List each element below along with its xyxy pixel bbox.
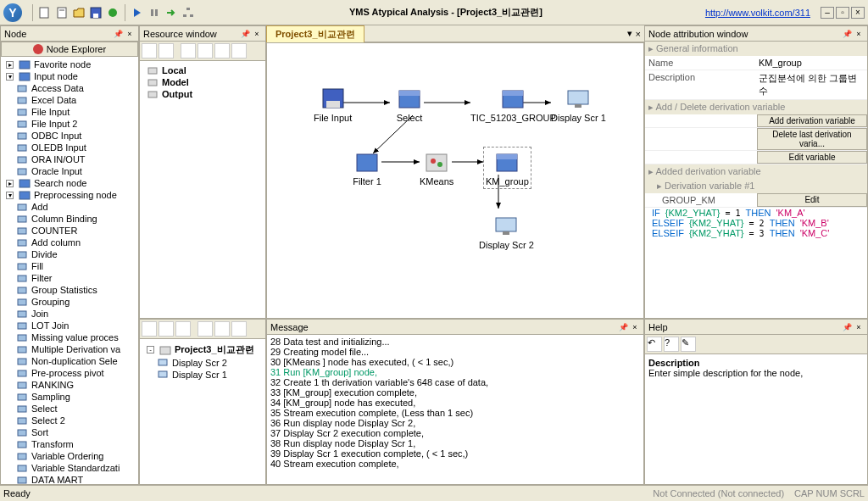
- workflow-canvas[interactable]: File Input Select TIC_51203_GROUP D: [266, 42, 644, 319]
- tree-item[interactable]: Join: [3, 308, 136, 320]
- tree-item[interactable]: Oracle Input: [3, 165, 136, 177]
- tree-item[interactable]: DATA MART: [3, 474, 136, 484]
- close-icon[interactable]: ×: [854, 29, 864, 39]
- tree-item[interactable]: OLEDB Input: [3, 142, 136, 153]
- tree-item[interactable]: Select 2: [3, 415, 136, 426]
- message-body[interactable]: 28 Data test and initializing...29 Creat…: [267, 335, 643, 484]
- tree-item[interactable]: ▸Search node: [3, 177, 136, 189]
- help-link[interactable]: http://www.volkit.com/311: [705, 8, 810, 18]
- resource-item[interactable]: Model: [143, 76, 262, 88]
- close-button[interactable]: ×: [851, 7, 865, 19]
- pin-icon[interactable]: 📌: [240, 29, 250, 39]
- attr-name[interactable]: KM_group: [755, 56, 867, 70]
- tree-item[interactable]: Excel Data: [3, 94, 136, 106]
- dropdown-icon[interactable]: ▾: [627, 28, 632, 39]
- tree-item[interactable]: File Input: [3, 106, 136, 118]
- help-edit-icon[interactable]: ✎: [681, 337, 696, 352]
- node-explorer-button[interactable]: Node Explorer: [1, 42, 138, 57]
- canvas-tab[interactable]: Project3_비교관련: [266, 25, 364, 42]
- cat-dv1[interactable]: ▸ Derivation variable #1: [645, 179, 867, 193]
- save-icon[interactable]: [89, 6, 103, 19]
- tree-item[interactable]: Fill: [3, 260, 136, 272]
- tree-item[interactable]: ▸Favorite node: [3, 58, 136, 70]
- tree-item[interactable]: ORA IN/OUT: [3, 153, 136, 165]
- expander-icon[interactable]: ▾: [6, 73, 14, 81]
- tree-item[interactable]: Transform: [3, 438, 136, 450]
- close-icon[interactable]: ×: [630, 322, 640, 332]
- resource-item[interactable]: Output: [143, 88, 262, 100]
- edit-variable-button[interactable]: Edit variable: [757, 151, 867, 164]
- tree-item[interactable]: Group Statistics: [3, 284, 136, 296]
- res-tb-icon[interactable]: [159, 43, 174, 58]
- edit-button[interactable]: Edit: [757, 193, 867, 207]
- attr-description[interactable]: 군집분석에 의한 그룹변수: [755, 70, 867, 99]
- res-tb-icon[interactable]: [142, 43, 157, 58]
- proj-tb-icon[interactable]: [231, 321, 247, 337]
- tree-item[interactable]: Sampling: [3, 391, 136, 403]
- node-tree[interactable]: ▸Favorite node▾Input nodeAccess DataExce…: [1, 57, 138, 484]
- tree-item[interactable]: Add: [3, 201, 136, 213]
- minimize-button[interactable]: –: [821, 7, 834, 19]
- close-icon[interactable]: ×: [125, 29, 135, 39]
- cat-general[interactable]: ▸ General information: [645, 42, 867, 56]
- proj-tb-icon[interactable]: [198, 321, 213, 337]
- proj-item[interactable]: Display Scr 1: [172, 370, 227, 380]
- tree-item[interactable]: Column Binding: [3, 213, 136, 225]
- tree-item[interactable]: Pre-process pivot: [3, 367, 136, 379]
- res-tb-icon[interactable]: [214, 43, 230, 58]
- resource-item[interactable]: Local: [143, 64, 262, 76]
- play-icon[interactable]: [131, 6, 144, 19]
- step-icon[interactable]: [164, 6, 178, 19]
- tree-item[interactable]: Access Data: [3, 82, 136, 94]
- close-icon[interactable]: ×: [252, 29, 262, 39]
- help-back-icon[interactable]: ↶: [647, 337, 662, 352]
- node-km-group[interactable]: KM_group: [483, 147, 531, 189]
- pin-icon[interactable]: 📌: [618, 322, 628, 332]
- tree-item[interactable]: Divide: [3, 248, 136, 260]
- tree-item[interactable]: Select: [3, 403, 136, 415]
- tree-item[interactable]: Filter: [3, 272, 136, 284]
- tree-item[interactable]: Grouping: [3, 296, 136, 308]
- proj-tb-icon[interactable]: [175, 321, 191, 337]
- close-icon[interactable]: ×: [854, 322, 864, 332]
- open-icon[interactable]: [72, 6, 86, 19]
- expander-icon[interactable]: ▸: [6, 180, 14, 187]
- node-display-2[interactable]: Display Scr 2: [479, 213, 534, 250]
- tab-close-icon[interactable]: ×: [636, 29, 641, 39]
- res-tb-icon[interactable]: [198, 43, 213, 58]
- node-tic-group[interactable]: TIC_51203_GROUP: [470, 86, 556, 123]
- expander-icon[interactable]: -: [147, 346, 154, 353]
- node-file-input[interactable]: File Input: [314, 86, 352, 123]
- proj-tb-icon[interactable]: [159, 321, 174, 337]
- tree-item[interactable]: Sort: [3, 426, 136, 438]
- tree-item[interactable]: Variable Ordering: [3, 450, 136, 462]
- expander-icon[interactable]: ▸: [6, 61, 14, 69]
- doc-icon[interactable]: [55, 6, 69, 19]
- tree-item[interactable]: Variable Standardzati: [3, 462, 136, 474]
- tree-item[interactable]: Multiple Derivation va: [3, 343, 136, 355]
- tree-item[interactable]: ▾Input node: [3, 70, 136, 82]
- tree-item[interactable]: File Input 2: [3, 118, 136, 130]
- tree-item[interactable]: Add column: [3, 237, 136, 248]
- res-tb-icon[interactable]: [231, 43, 247, 58]
- node-filter-1[interactable]: Filter 1: [352, 149, 382, 186]
- pin-icon[interactable]: 📌: [842, 322, 852, 332]
- add-derivation-button[interactable]: Add derivation variable: [757, 114, 867, 127]
- node-kmeans[interactable]: KMeans: [420, 149, 453, 186]
- cat-added[interactable]: ▸ Added derivation variable: [645, 164, 867, 179]
- proj-item[interactable]: Display Scr 2: [172, 358, 227, 368]
- pause-icon[interactable]: [147, 6, 161, 19]
- pin-icon[interactable]: 📌: [842, 29, 852, 39]
- tree-item[interactable]: ▾Preprocessing node: [3, 189, 136, 201]
- proj-tb-icon[interactable]: [214, 321, 230, 337]
- help-help-icon[interactable]: ?: [664, 337, 679, 352]
- resource-tree[interactable]: LocalModelOutput: [140, 61, 265, 318]
- tree-item[interactable]: ODBC Input: [3, 130, 136, 142]
- proj-tb-icon[interactable]: [142, 321, 157, 337]
- new-icon[interactable]: [38, 6, 52, 19]
- tree-item[interactable]: LOT Join: [3, 320, 136, 331]
- res-tb-icon[interactable]: [181, 43, 196, 58]
- restore-button[interactable]: ▫: [836, 7, 849, 19]
- tree-item[interactable]: RANKING: [3, 379, 136, 391]
- tree-item[interactable]: COUNTER: [3, 225, 136, 237]
